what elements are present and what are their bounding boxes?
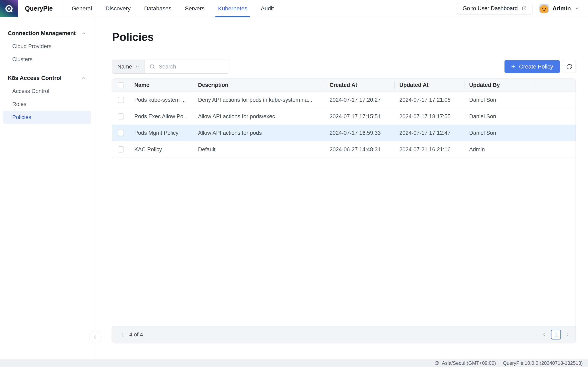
select-all-cell <box>112 79 130 92</box>
sidebar-header-label: Connection Management <box>8 30 76 36</box>
column-header-updated-by: Updated By <box>464 79 534 92</box>
table-controls: Name + Create Policy <box>112 60 576 74</box>
table-row[interactable]: KAC Policy Default 2024-06-27 14:48:31 2… <box>112 141 576 158</box>
sidebar-collapse-button[interactable] <box>89 331 102 343</box>
sidebar-header-k8s-access-control[interactable]: K8s Access Control <box>0 72 95 85</box>
chevron-left-icon <box>542 332 547 337</box>
go-to-user-dashboard-label: Go to User Dashboard <box>463 5 518 12</box>
navbar-right: Go to User Dashboard Admin <box>457 3 588 15</box>
nav-tabs: General Discovery Databases Servers Kube… <box>72 0 274 17</box>
sidebar-section-connection-management: Connection Management Cloud Providers Cl… <box>0 27 95 66</box>
chevron-down-icon <box>135 65 139 69</box>
timezone-indicator: Asia/Seoul (GMT+09:00) <box>434 360 496 366</box>
create-policy-label: Create Policy <box>519 63 553 70</box>
user-menu[interactable]: Admin <box>539 4 580 13</box>
policy-created-at-cell: 2024-07-17 16:59:33 <box>325 130 394 136</box>
search-filter: Name <box>112 60 229 74</box>
policy-description-cell: Allow API actions for pods/exec <box>193 113 325 120</box>
sidebar-item-clusters[interactable]: Clusters <box>0 53 95 66</box>
tab-general[interactable]: General <box>72 0 92 17</box>
pagination-current-page[interactable]: 1 <box>551 330 561 340</box>
sidebar: Connection Management Cloud Providers Cl… <box>0 17 95 359</box>
policy-name-cell: Pods Exec Allow Po... <box>130 113 193 120</box>
policy-name-cell: Pods Mgmt Policy <box>130 130 193 136</box>
table-row[interactable]: Pods Exec Allow Po... Allow API actions … <box>112 108 576 125</box>
row-checkbox[interactable] <box>118 113 124 119</box>
tab-discovery[interactable]: Discovery <box>105 0 131 17</box>
user-name: Admin <box>553 5 571 12</box>
policy-updated-at-cell: 2024-07-17 17:12:47 <box>394 130 464 136</box>
policy-updated-by-cell: Daniel Son <box>464 130 534 136</box>
refresh-button[interactable] <box>563 60 576 73</box>
tab-databases[interactable]: Databases <box>144 0 172 17</box>
policy-updated-at-cell: 2024-07-17 17:21:06 <box>394 97 464 103</box>
table-header-row: Name Description Created At Updated At U… <box>112 79 576 92</box>
pagination-next-button[interactable] <box>565 332 570 337</box>
go-to-user-dashboard-button[interactable]: Go to User Dashboard <box>457 3 532 15</box>
sidebar-item-cloud-providers[interactable]: Cloud Providers <box>0 40 95 53</box>
pagination: 1 <box>542 330 570 340</box>
policies-table: Name Description Created At Updated At U… <box>112 78 576 343</box>
filter-field-label: Name <box>117 64 132 70</box>
timezone-text: Asia/Seoul (GMT+09:00) <box>442 360 496 366</box>
querypie-logo[interactable] <box>0 0 18 17</box>
tab-servers[interactable]: Servers <box>185 0 205 17</box>
search-input[interactable] <box>159 64 224 70</box>
row-checkbox[interactable] <box>118 146 124 152</box>
column-header-actions <box>534 79 576 92</box>
filter-field-dropdown[interactable]: Name <box>112 60 145 73</box>
column-header-description: Description <box>193 79 325 92</box>
policy-name-cell: KAC Policy <box>130 146 193 153</box>
row-checkbox[interactable] <box>118 130 124 136</box>
avatar <box>539 4 549 13</box>
pagination-range: 1 - 4 of 4 <box>121 332 143 338</box>
select-all-checkbox[interactable] <box>118 82 124 88</box>
plus-icon: + <box>511 63 515 70</box>
sidebar-item-access-control[interactable]: Access Control <box>0 85 95 98</box>
row-checkbox-cell <box>112 141 130 158</box>
controls-right: + Create Policy <box>504 60 576 73</box>
status-bar: Asia/Seoul (GMT+09:00) QueryPie 10.0.0 (… <box>0 359 588 367</box>
table-footer: 1 - 4 of 4 1 <box>112 326 576 343</box>
policy-created-at-cell: 2024-07-17 17:15:51 <box>325 113 394 120</box>
chevron-up-icon <box>81 76 86 81</box>
column-header-updated-at: Updated At <box>394 79 464 92</box>
policy-created-at-cell: 2024-06-27 14:48:31 <box>325 146 394 153</box>
policy-description-cell: Allow API actions for pods <box>193 130 325 136</box>
row-checkbox-cell <box>112 125 130 141</box>
policy-updated-by-cell: Admin <box>464 146 534 153</box>
policy-description-cell: Default <box>193 146 325 153</box>
main-content: Policies Name + Create Policy <box>95 17 588 359</box>
table-empty-space <box>112 158 576 326</box>
table-row[interactable]: Pods kube-system ... Deny API actions fo… <box>112 92 576 108</box>
version-text: QueryPie 10.0.0 (20240718-182513) <box>503 360 583 366</box>
policy-name-cell: Pods kube-system ... <box>130 97 193 103</box>
pagination-prev-button[interactable] <box>542 332 547 337</box>
policy-updated-by-cell: Daniel Son <box>464 113 534 120</box>
row-checkbox-cell <box>112 108 130 125</box>
searchbox <box>145 60 229 73</box>
row-checkbox-cell <box>112 92 130 108</box>
sidebar-header-connection-management[interactable]: Connection Management <box>0 27 95 40</box>
refresh-icon <box>566 63 572 70</box>
policy-updated-by-cell: Daniel Son <box>464 97 534 103</box>
sidebar-item-roles[interactable]: Roles <box>0 98 95 111</box>
tab-audit[interactable]: Audit <box>261 0 274 17</box>
policy-updated-at-cell: 2024-07-17 18:17:55 <box>394 113 464 120</box>
sidebar-header-label: K8s Access Control <box>8 75 62 81</box>
globe-icon <box>434 361 439 366</box>
table-row-highlighted[interactable]: Pods Mgmt Policy Allow API actions for p… <box>112 125 576 141</box>
brand-name: QueryPie <box>25 5 53 12</box>
chevron-right-icon <box>565 332 570 337</box>
policy-updated-at-cell: 2024-07-21 16:21:16 <box>394 146 464 153</box>
sidebar-item-policies[interactable]: Policies <box>3 111 91 124</box>
chevron-left-icon <box>93 334 98 340</box>
sidebar-section-k8s-access-control: K8s Access Control Access Control Roles … <box>0 72 95 124</box>
row-checkbox[interactable] <box>118 97 124 103</box>
querypie-mark-icon <box>4 3 14 14</box>
create-policy-button[interactable]: + Create Policy <box>504 60 560 73</box>
external-link-icon <box>521 6 527 11</box>
tab-kubernetes[interactable]: Kubernetes <box>218 0 247 17</box>
column-header-name: Name <box>130 79 193 92</box>
page-title: Policies <box>112 30 576 43</box>
